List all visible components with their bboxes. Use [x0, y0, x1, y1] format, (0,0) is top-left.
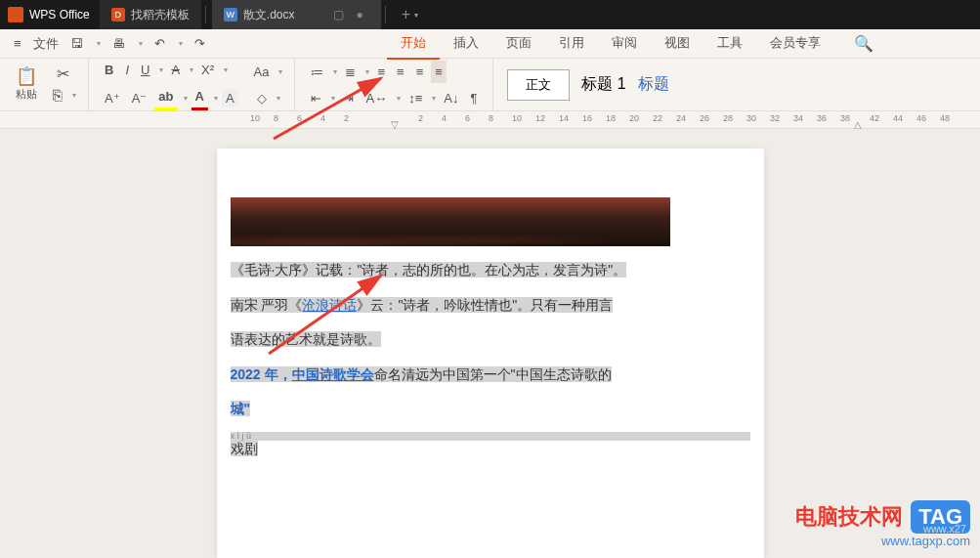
text-run[interactable]: 语表达的艺术就是诗歌。 — [231, 331, 381, 347]
text-run[interactable]: 南宋 严羽《 — [231, 297, 303, 313]
charscale-dropdown[interactable]: ▾ — [397, 94, 401, 103]
tab-template[interactable]: D 找稻壳模板 — [100, 0, 201, 29]
text-run[interactable]: 》云："诗者，吟咏性情也"。只有一种用言 — [357, 297, 613, 313]
align-right-button[interactable]: ≡ — [412, 61, 428, 83]
clear-dropdown[interactable]: ▾ — [277, 94, 280, 103]
align-center-button[interactable]: ≡ — [393, 61, 408, 83]
link-poetry-society[interactable]: 中国诗歌学会 — [292, 366, 374, 382]
text-run[interactable]: 命名清远为中国第一个"中国生态诗歌的 — [374, 366, 612, 382]
print-icon[interactable]: 🖶 — [107, 32, 131, 55]
text-run[interactable]: 城" — [231, 401, 251, 416]
document-image[interactable] — [231, 197, 670, 246]
strike-button[interactable]: A — [167, 59, 184, 81]
tab-label-0: 找稻壳模板 — [131, 7, 190, 23]
ribbon-tab-page[interactable]: 页面 — [492, 28, 545, 60]
highlight-dropdown[interactable]: ▾ — [184, 94, 188, 103]
char-scale-button[interactable]: A↔ — [362, 87, 391, 109]
ribbon-tab-insert[interactable]: 插入 — [440, 28, 492, 60]
new-tab-dropdown[interactable]: ▾ — [414, 11, 418, 20]
font-increase-button[interactable]: A⁺ — [101, 87, 124, 109]
tab-document[interactable]: W 散文.docx ▢ ● — [212, 0, 381, 29]
ruler-tick: 8 — [274, 113, 278, 123]
app-logo-icon — [8, 7, 23, 22]
indent-increase-button[interactable]: ⇥ — [339, 87, 358, 109]
ribbon-toolbar: 📋 粘贴 ✂ ⎘▾ B I U▾ A▾ X²▾ A⁺ A⁻ ab▾ A▾ A — [0, 59, 980, 111]
ruler-tick: 8 — [489, 113, 493, 123]
show-marks-button[interactable]: ¶ — [466, 87, 481, 109]
font-color-button[interactable]: A — [192, 85, 208, 110]
bold-button[interactable]: B — [101, 59, 117, 81]
strike-dropdown[interactable]: ▾ — [190, 65, 193, 74]
redo-icon[interactable]: ↷ — [189, 32, 211, 55]
undo-icon[interactable]: ↶ — [149, 32, 171, 55]
super-dropdown[interactable]: ▾ — [224, 65, 228, 74]
app-brand: WPS Office — [0, 0, 98, 29]
font-decrease-button[interactable]: A⁻ — [128, 87, 151, 109]
document-page[interactable]: 《毛诗·大序》记载："诗者，志的所的也。在心为志，发言为诗"。 南宋 严羽《沧浪… — [217, 149, 764, 558]
ribbon-tab-view[interactable]: 视图 — [651, 28, 703, 60]
link-canglang[interactable]: 沧浪诗话 — [302, 297, 357, 313]
align-left-button[interactable]: ≡ — [373, 61, 389, 83]
undo-dropdown[interactable]: ▾ — [173, 35, 189, 52]
font-color-dropdown[interactable]: ▾ — [214, 94, 218, 103]
sort-button[interactable]: A↓ — [440, 87, 462, 109]
text-run[interactable]: 戏剧 — [231, 441, 258, 456]
ruler-tick: 16 — [582, 113, 592, 123]
tab-separator — [205, 6, 206, 23]
ribbon-tab-review[interactable]: 审阅 — [598, 28, 651, 60]
ruby-text: x ì j ù — [231, 432, 750, 441]
menu-three-lines-icon[interactable]: ≡ — [8, 32, 27, 55]
ruler-tick: 10 — [250, 113, 260, 123]
ruler-tick: 32 — [770, 113, 780, 123]
indent-decrease-button[interactable]: ⇤ — [307, 87, 325, 109]
tab-separator-2 — [385, 6, 386, 23]
case-dropdown[interactable]: ▾ — [278, 67, 282, 76]
underline-button[interactable]: U — [137, 59, 153, 81]
paste-label[interactable]: 粘贴 — [16, 87, 37, 102]
ribbon-tab-tools[interactable]: 工具 — [703, 28, 756, 60]
number-list-button[interactable]: ≣ — [341, 61, 360, 83]
ribbon-tabs: 开始 插入 页面 引用 审阅 视图 工具 会员专享 — [387, 28, 834, 60]
ribbon-tab-member[interactable]: 会员专享 — [756, 28, 834, 60]
style-heading[interactable]: 标题 — [638, 74, 669, 95]
text-run[interactable]: 2022 年， — [231, 366, 292, 382]
superscript-button[interactable]: X² — [197, 59, 218, 81]
style-heading1[interactable]: 标题 1 — [581, 74, 625, 95]
clear-format-button[interactable]: ◇ — [253, 87, 271, 109]
tab-label-1: 散文.docx — [243, 7, 295, 23]
ruler-tick: 4 — [320, 113, 325, 123]
italic-button[interactable]: I — [121, 59, 133, 81]
save-icon[interactable]: 🖫 — [64, 32, 89, 55]
ribbon-tab-ref[interactable]: 引用 — [545, 28, 598, 60]
change-case-button[interactable]: Aa — [250, 61, 274, 83]
watermark-ghost: www.x27 — [923, 523, 966, 535]
char-shading-button[interactable]: A — [222, 89, 238, 107]
template-icon: D — [111, 8, 125, 21]
number-dropdown[interactable]: ▾ — [365, 67, 369, 76]
indent-dec-dropdown[interactable]: ▾ — [331, 94, 335, 103]
print-dropdown[interactable]: ▾ — [133, 35, 149, 52]
copy-dropdown[interactable]: ▾ — [72, 91, 76, 100]
highlight-button[interactable]: ab — [154, 85, 177, 110]
text-run[interactable]: 《毛诗·大序》记载："诗者，志的所的也。在心为志，发言为诗"。 — [231, 262, 627, 278]
ribbon-tab-start[interactable]: 开始 — [387, 28, 440, 60]
save-dropdown[interactable]: ▾ — [91, 35, 107, 52]
style-normal[interactable]: 正文 — [507, 69, 570, 101]
underline-dropdown[interactable]: ▾ — [159, 65, 163, 74]
tab-window-icon[interactable]: ▢ — [333, 8, 344, 21]
line-spacing-button[interactable]: ↕≡ — [405, 87, 426, 109]
paste-icon[interactable]: 📋 — [18, 67, 35, 85]
document-body[interactable]: 《毛诗·大序》记载："诗者，志的所的也。在心为志，发言为诗"。 南宋 严羽《沧浪… — [217, 246, 764, 457]
horizontal-ruler[interactable]: 10 8 6 4 2 ▽ 2 4 6 8 10 12 14 16 18 20 2… — [0, 111, 980, 129]
bullet-list-button[interactable]: ≔ — [307, 61, 327, 83]
cut-icon[interactable]: ✂ — [54, 65, 71, 83]
ruler-tick: 46 — [916, 113, 926, 123]
word-doc-icon: W — [224, 8, 237, 21]
linespacing-dropdown[interactable]: ▾ — [432, 94, 436, 103]
copy-icon[interactable]: ⎘ — [49, 87, 66, 105]
search-icon[interactable]: 🔍 — [854, 34, 873, 53]
new-tab-button[interactable]: + — [402, 6, 410, 23]
file-menu[interactable]: 文件 — [27, 31, 64, 57]
align-justify-button[interactable]: ≡ — [431, 61, 447, 83]
bullet-dropdown[interactable]: ▾ — [333, 67, 337, 76]
